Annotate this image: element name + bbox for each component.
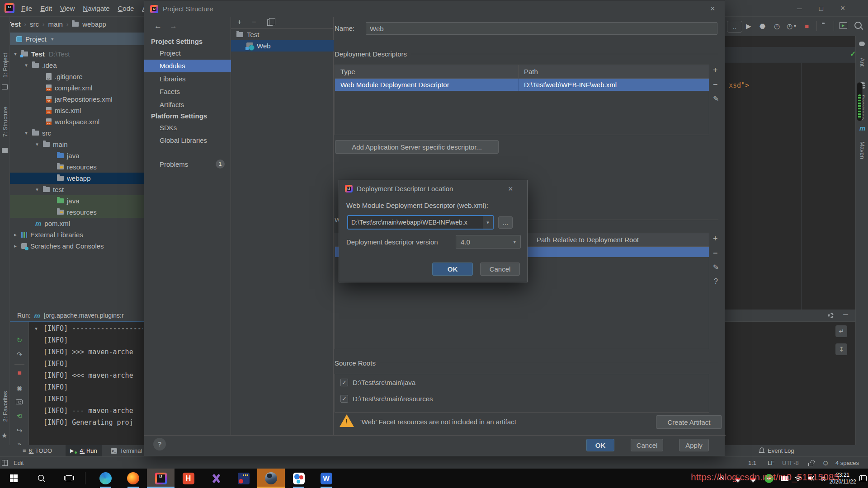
show-options-icon[interactable]: ◉	[10, 384, 29, 392]
soft-wrap-icon[interactable]: ↵	[835, 325, 847, 337]
tab-todo[interactable]: ≡ 6: TODO	[18, 445, 57, 456]
exit-icon[interactable]: ↪	[10, 427, 29, 435]
descriptor-path-input[interactable]	[348, 216, 483, 229]
tree-item-idea[interactable]: ▾.idea	[10, 60, 144, 71]
tree-item-main-resources[interactable]: resources	[10, 161, 144, 173]
dialog-close-icon[interactable]: ×	[710, 4, 715, 14]
add-app-server-descriptor-button[interactable]: Add Application Server specific descript…	[335, 140, 499, 154]
run-anything-icon[interactable]: ▶	[839, 22, 847, 29]
checkbox-checked-icon[interactable]: ✓	[340, 395, 348, 403]
edit-web-resource-icon[interactable]: ✎	[713, 263, 719, 272]
chevron-down-icon[interactable]: ▾	[13, 51, 18, 57]
module-tree-root[interactable]: Test	[231, 29, 334, 40]
action-center-button[interactable]	[858, 469, 868, 488]
sidebar-item-project[interactable]: Project	[144, 47, 231, 60]
event-log-button[interactable]: Event Log	[754, 445, 799, 456]
breadcrumb-main[interactable]: main	[48, 20, 63, 28]
chevron-down-icon[interactable]: ▾	[34, 141, 40, 147]
menu-edit[interactable]: Edit	[40, 5, 52, 12]
rerun-icon[interactable]: ↻	[10, 336, 29, 344]
restore-layout-icon[interactable]: ⟲	[10, 412, 29, 420]
tree-item-test-java[interactable]: java	[10, 195, 144, 206]
tree-item-test-folder[interactable]: ▾test	[10, 184, 144, 195]
taskbar-wps[interactable]: W	[312, 469, 340, 488]
taskbar-intellij-active[interactable]	[147, 469, 175, 488]
breadcrumb-webapp[interactable]: webapp	[82, 20, 106, 28]
add-web-resource-icon[interactable]: +	[713, 234, 718, 244]
tree-item-misc-xml[interactable]: misc.xml	[10, 105, 144, 116]
version-dropdown[interactable]: 4.0 ▾	[456, 235, 521, 249]
taskbar-hbuilder[interactable]: H	[175, 469, 202, 488]
stripe-maven-tab[interactable]: Maven	[859, 129, 866, 172]
chevron-down-icon[interactable]: ▾	[24, 62, 29, 68]
line-separator[interactable]: LF	[768, 457, 774, 469]
source-root-row[interactable]: ✓ D:\Test\src\main\java	[340, 379, 415, 386]
copy-module-icon[interactable]	[267, 19, 273, 26]
chevron-down-icon[interactable]: ▾	[50, 36, 55, 42]
taskbar-edge[interactable]	[92, 469, 119, 488]
file-encoding[interactable]: UTF-8	[782, 457, 799, 469]
grid-corner-icon[interactable]	[2, 457, 8, 469]
tree-item-workspace-xml[interactable]: workspace.xml	[10, 116, 144, 127]
minimize-icon[interactable]: ─	[797, 5, 802, 12]
tree-item-compiler-xml[interactable]: compiler.xml	[10, 82, 144, 94]
tree-item-jarrepositories-xml[interactable]: jarRepositories.xml	[10, 94, 144, 105]
menu-code[interactable]: Code	[118, 5, 134, 12]
stripe-ant-tab[interactable]: Ant	[859, 41, 866, 84]
chevron-right-icon[interactable]: ▸	[13, 243, 18, 249]
tree-item-scratches[interactable]: ▸Scratches and Consoles	[10, 240, 144, 252]
debug-icon[interactable]: ⬣	[760, 22, 765, 30]
rerun-failed-icon[interactable]: ↷	[10, 351, 29, 359]
stripe-structure-tab[interactable]: 7: Structure	[2, 101, 9, 143]
remove-web-resource-icon[interactable]: −	[713, 249, 718, 258]
close-icon[interactable]: ×	[840, 4, 845, 13]
screenshot-icon[interactable]	[16, 399, 23, 404]
popup-close-icon[interactable]: ×	[508, 184, 513, 194]
taskbar-circles-app[interactable]	[285, 469, 312, 488]
run-config-combo[interactable]: ..	[727, 21, 742, 33]
dialog-ok-button[interactable]: OK	[586, 439, 614, 451]
remove-descriptor-icon[interactable]: −	[713, 80, 718, 89]
menu-file[interactable]: File	[21, 5, 32, 12]
menu-navigate[interactable]: Navigate	[83, 5, 109, 12]
tree-item-src[interactable]: ▾src	[10, 127, 144, 139]
run-config-name[interactable]: [org.apache.maven.plugins:r	[44, 312, 124, 319]
checkbox-checked-icon[interactable]: ✓	[340, 379, 348, 386]
combo-arrow-icon[interactable]: ▾	[483, 216, 493, 229]
tree-item-gitignore[interactable]: .gitignore	[10, 71, 144, 82]
column-path-relative[interactable]: Path Relative to Deployment Root	[531, 233, 709, 247]
sidebar-item-libraries[interactable]: Libraries	[144, 73, 231, 85]
tree-item-pom-xml[interactable]: mpom.xml	[10, 218, 144, 229]
dialog-cancel-button[interactable]: Cancel	[631, 439, 663, 451]
help-web-resource-icon[interactable]: ?	[714, 277, 718, 286]
tree-item-test-resources[interactable]: resources	[10, 206, 144, 218]
chevron-down-icon[interactable]: ▾	[794, 23, 796, 28]
taskbar-photo-app-active[interactable]	[257, 469, 285, 488]
create-artifact-button[interactable]: Create Artifact	[656, 415, 722, 429]
tree-item-main-java[interactable]: java	[10, 150, 144, 161]
chevron-down-icon[interactable]: ▾	[24, 130, 29, 136]
maximize-icon[interactable]: □	[819, 5, 823, 12]
help-button[interactable]: ?	[153, 438, 166, 450]
gear-icon[interactable]	[828, 313, 834, 318]
sidebar-item-sdks[interactable]: SDKs	[144, 122, 231, 134]
source-root-row[interactable]: ✓ D:\Test\src\main\resources	[340, 395, 433, 403]
remove-module-icon[interactable]: −	[252, 18, 256, 26]
tree-item-webapp-selected[interactable]: webapp	[10, 173, 144, 184]
browse-button[interactable]: ...	[498, 216, 513, 229]
taskbar-visual-studio[interactable]	[202, 469, 230, 488]
profiler-icon[interactable]: ◷	[774, 22, 780, 30]
tree-item-main[interactable]: ▾main	[10, 139, 144, 150]
tree-item-external-libraries[interactable]: ▸External Libraries	[10, 229, 144, 240]
tree-item-test-root[interactable]: ▾TestD:\Test	[10, 48, 144, 60]
editor-code[interactable]: xsd">	[729, 81, 749, 89]
tab-terminal[interactable]: >_ Terminal	[106, 445, 146, 456]
scroll-to-end-icon[interactable]: ↧	[835, 343, 847, 355]
start-button[interactable]	[0, 469, 28, 488]
dialog-apply-button[interactable]: Apply	[679, 439, 709, 451]
column-type[interactable]: Type	[335, 68, 518, 75]
edit-descriptor-icon[interactable]: ✎	[713, 94, 719, 103]
tab-run[interactable]: ▶ 4: Run	[66, 445, 102, 456]
module-name-input[interactable]	[366, 22, 717, 35]
sidebar-item-modules[interactable]: Modules	[144, 60, 231, 72]
